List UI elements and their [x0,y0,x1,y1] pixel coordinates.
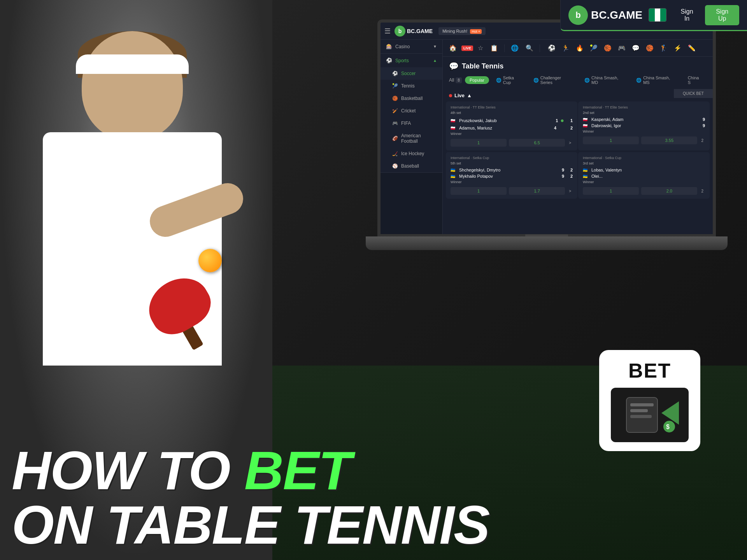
slash-icon[interactable]: ⚡ [672,43,684,53]
nigeria-flag [649,8,666,22]
home-icon[interactable]: 🏠 [447,43,459,53]
sidebar-item-casino[interactable]: 🎰 Casino ▼ [381,40,442,53]
china-smash-md-filter[interactable]: 🌐 China Smash, MD [580,74,629,86]
nba-icon[interactable]: 🏀 [644,43,656,53]
poland-flag-1: 🇵🇱 [451,119,457,123]
match2-odds-more[interactable]: > [567,187,573,195]
fifa-nav-icon[interactable]: 🎮 [615,43,628,53]
match4-odds-more[interactable]: 2 [700,187,705,195]
how-to-bet-text: HOW TO [12,440,244,501]
match2-set: 5th set [451,161,573,165]
match1-player1-row: 🇵🇱 Pruszkowski, Jakub 1 ● 1 [451,117,573,124]
laptop-base [366,236,728,250]
match1-odds-more[interactable]: > [567,139,573,147]
ping-pong-ball [198,249,222,272]
filter-bar: All 8 Popular 🌐 Setka Cup 🌐 Challenger S… [443,71,713,89]
sidebar-item-fifa[interactable]: 🎮 FIFA [381,117,442,130]
cricket-icon: 🏏 [392,108,398,114]
match4-meta: International · Setka Cup [583,156,705,160]
logo-text-large: BC.GAME [591,9,642,21]
table-tennis-icon: 💬 [449,61,459,71]
match-card-1[interactable]: International · TT Elite Series 4th set … [446,102,577,150]
calendar-icon[interactable]: 📋 [488,43,500,53]
sidebar-sports-label: Sports [395,58,409,63]
laptop-screen: ☰ b BC.GAME Mining Rush! Hot + 🎰 Casino … [377,19,716,237]
fire-sport-icon[interactable]: 🔥 [573,43,586,53]
match4-odds-val[interactable]: 2.0 [641,187,697,195]
match1-game1: 1 [566,118,573,123]
match4-player1-row: 🇺🇦 Lobas, Valentyn [583,168,705,172]
match-card-4[interactable]: International · Setka Cup 3rd set 🇺🇦 Lob… [578,152,710,199]
head [82,31,183,140]
china-s-filter[interactable]: China S [684,74,707,86]
sidebar-item-soccer[interactable]: ⚽ Soccer [381,67,442,80]
match1-odds-label[interactable]: 1 [451,139,507,147]
match1-player2-row: 🇵🇱 Adamus, Mariusz 4 2 [451,126,573,130]
star-icon[interactable]: ☆ [475,43,486,53]
match1-player2-name: Adamus, Mariusz [459,126,548,130]
sign-in-button[interactable]: Sign In [673,5,701,25]
bcgame-header: b BC.GAME Sign In Sign Up [560,0,747,31]
sidebar-item-american-football[interactable]: 🏈 American Football [381,130,442,147]
match-card-2[interactable]: International · Setka Cup 5th set 🇺🇦 Shc… [446,152,577,199]
sidebar-ice-hockey-label: Ice Hockey [401,151,424,156]
person-figure [12,31,253,381]
match4-set: 3rd set [583,161,705,165]
sidebar: 🎰 Casino ▼ ⚽ Sports ▲ ⚽ Soccer 🎾 Tennis [381,40,443,234]
quick-bet[interactable]: QUICK BET [674,89,713,98]
match3-player2-row: 🇵🇱 Dabrowski, Igor 9 [583,123,705,128]
basketball-icon: 🏀 [392,96,398,101]
multi-sport-icon[interactable]: 🏃 [559,43,572,53]
bet-svg: $ [619,394,681,436]
match2-winner: Winner [451,180,573,184]
globe-icon[interactable]: 🌐 [509,43,521,53]
china-smash-ms-filter[interactable]: 🌐 China Smash, MS [632,74,680,86]
match-card-3[interactable]: International · TT Elite Series 2nd set … [578,102,710,150]
sidebar-item-tennis[interactable]: 🎾 Tennis [381,80,442,92]
flag-right-green [660,9,666,21]
page-title-text: Table Tennis [462,62,503,70]
svg-rect-3 [630,415,652,418]
bet-highlight: BET [244,440,351,501]
match2-odds-label[interactable]: 1 [451,187,507,195]
sidebar-fifa-label: FIFA [401,121,411,126]
match1-set: 4th set [451,111,573,115]
sidebar-item-baseball[interactable]: ⚾ Baseball [381,160,442,172]
search-icon[interactable]: 🔍 [523,43,536,53]
bottom-text: HOW TO BET ON TABLE TENNIS [0,443,747,552]
match4-odds-label[interactable]: 1 [583,187,639,195]
match3-odds-label[interactable]: 1 [583,136,639,144]
sidebar-item-cricket[interactable]: 🏏 Cricket [381,105,442,117]
match2-odds-val[interactable]: 1.7 [509,187,565,195]
popular-filter[interactable]: Popular [465,76,489,84]
challenger-filter[interactable]: 🌐 Challenger Series [530,74,577,86]
sidebar-item-sports[interactable]: ⚽ Sports ▲ [381,54,442,67]
match4-winner: Winner [583,180,705,184]
chat-icon[interactable]: 💬 [630,43,642,53]
page-title: 💬 Table Tennis [449,61,503,71]
mining-rush-banner[interactable]: Mining Rush! Hot + [438,27,486,35]
soccer-nav-icon[interactable]: ⚽ [545,43,558,53]
logo-large: b BC.GAME [568,5,642,25]
match2-player1-name: Shchegelskyi, Dmytro [459,168,556,172]
sidebar-baseball-label: Baseball [401,163,419,169]
quick-bet-label: QUICK BET [683,91,704,96]
hamburger-icon[interactable]: ☰ [384,27,391,35]
hot-badge: Hot + [470,29,482,34]
match4-odds-row: 1 2.0 2 [583,187,705,195]
sidebar-section-sports: ⚽ Sports ▲ ⚽ Soccer 🎾 Tennis 🏀 Basketbal… [381,54,442,173]
match3-odds-more[interactable]: 2 [700,137,705,144]
flag-white [655,9,661,21]
basketball-nav-icon[interactable]: 🏀 [601,43,614,53]
pen-icon[interactable]: ✏️ [686,43,698,53]
match1-odds-val[interactable]: 6.5 [509,139,565,147]
figure-icon[interactable]: 🏌️ [658,43,670,53]
sidebar-item-ice-hockey[interactable]: 🏒 Ice Hockey [381,147,442,160]
sign-up-button[interactable]: Sign Up [705,5,739,25]
sidebar-item-basketball[interactable]: 🏀 Basketball [381,92,442,105]
setka-cup-filter[interactable]: 🌐 Setka Cup [492,74,526,86]
match3-odds-val[interactable]: 3.55 [641,136,697,144]
live-dot [449,94,452,97]
tennis-nav-icon[interactable]: 🎾 [587,43,600,53]
on-table-tennis-text: ON TABLE TENNIS [12,494,489,555]
